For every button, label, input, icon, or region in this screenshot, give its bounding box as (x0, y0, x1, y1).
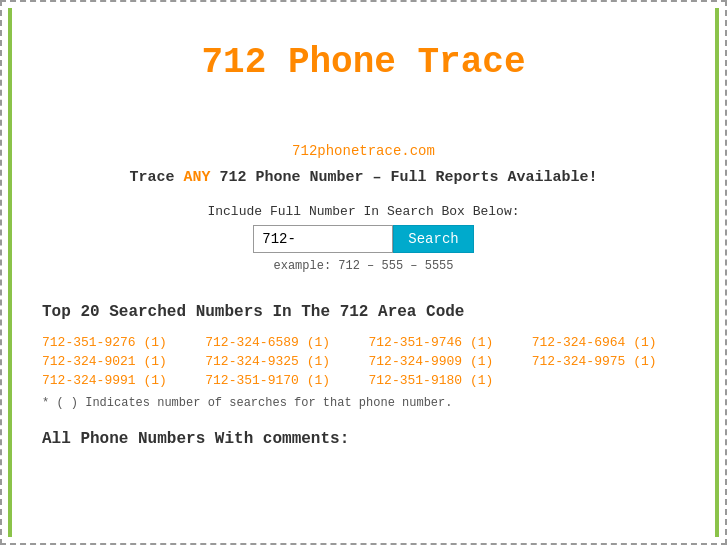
top-numbers-section: Top 20 Searched Numbers In The 712 Area … (42, 303, 685, 410)
tagline-start: Trace (129, 169, 183, 186)
phone-link[interactable]: 712-324-9021 (1) (42, 354, 195, 369)
phone-link[interactable]: 712-351-9180 (1) (369, 373, 522, 388)
search-example: example: 712 – 555 – 5555 (42, 259, 685, 273)
phone-link[interactable]: 712-324-9325 (1) (205, 354, 358, 369)
page-title: 712 Phone Trace (42, 42, 685, 83)
main-content: 712 Phone Trace 712phonetrace.com Trace … (2, 2, 725, 492)
top-numbers-title: Top 20 Searched Numbers In The 712 Area … (42, 303, 685, 321)
phone-link[interactable]: 712-324-9991 (1) (42, 373, 195, 388)
phone-link[interactable]: 712-351-9276 (1) (42, 335, 195, 350)
all-numbers-section: All Phone Numbers With comments: (42, 430, 685, 448)
phone-link[interactable]: 712-324-6589 (1) (205, 335, 358, 350)
page-container: 712 Phone Trace 712phonetrace.com Trace … (0, 0, 727, 545)
search-row: Search (42, 225, 685, 253)
phone-link[interactable]: 712-324-6964 (1) (532, 335, 685, 350)
search-section: Include Full Number In Search Box Below:… (42, 204, 685, 273)
phone-link[interactable]: 712-351-9746 (1) (369, 335, 522, 350)
footnote: * ( ) Indicates number of searches for t… (42, 396, 685, 410)
tagline: Trace ANY 712 Phone Number – Full Report… (42, 169, 685, 186)
phone-link[interactable]: 712-324-9909 (1) (369, 354, 522, 369)
tagline-end: 712 Phone Number – Full Reports Availabl… (210, 169, 597, 186)
phone-link[interactable]: 712-351-9170 (1) (205, 373, 358, 388)
phone-link-empty (532, 373, 685, 388)
search-button[interactable]: Search (393, 225, 473, 253)
search-label: Include Full Number In Search Box Below: (42, 204, 685, 219)
site-url: 712phonetrace.com (42, 143, 685, 159)
tagline-any: ANY (183, 169, 210, 186)
search-input[interactable] (253, 225, 393, 253)
phone-link[interactable]: 712-324-9975 (1) (532, 354, 685, 369)
numbers-grid: 712-351-9276 (1) 712-324-6589 (1) 712-35… (42, 335, 685, 388)
all-numbers-title: All Phone Numbers With comments: (42, 430, 685, 448)
